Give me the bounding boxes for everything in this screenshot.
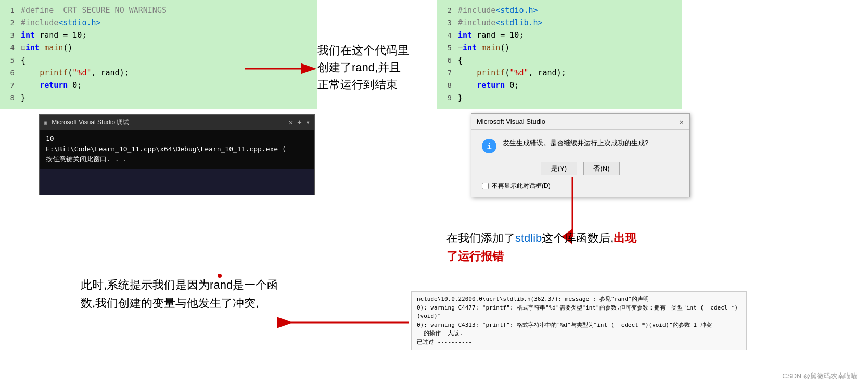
- right-code-line-3: 3 #include<stdlib.h>: [437, 17, 682, 29]
- vs-dialog-message-row: i 发生生成错误。是否继续并运行上次成功的生成?: [482, 138, 679, 153]
- code-line-1: 1 #define _CRT_SECURE_NO_WARNINGS: [0, 4, 317, 17]
- error-log-line-2: 0): warning C4477: "printf": 格式字符串"%d"需要…: [417, 304, 741, 321]
- right-code-line-6: 6 {: [437, 54, 682, 67]
- left-code-panel: 1 #define _CRT_SECURE_NO_WARNINGS 2 #inc…: [0, 0, 317, 109]
- vs-dialog-titlebar: Microsoft Visual Studio ✕: [471, 114, 689, 130]
- vs-checkbox-label: 不再显示此对话框(D): [492, 182, 551, 190]
- terminal-app-icon: ▣: [44, 119, 47, 126]
- right-code-line-4: 4 int rand = 10;: [437, 29, 682, 42]
- code-line-4: 4 ⊟int main(): [0, 42, 317, 54]
- code-line-3: 3 int rand = 10;: [0, 29, 317, 42]
- error-log-line-1: nclude\10.0.22000.0\ucrt\stdlib.h(362,37…: [417, 295, 741, 304]
- info-icon: i: [482, 139, 496, 153]
- arrow-left-icon: [284, 312, 414, 335]
- vs-yes-button[interactable]: 是(Y): [541, 162, 577, 175]
- arrow-right-icon: [239, 58, 323, 81]
- terminal-window: ▣ Microsoft Visual Studio 调试 ✕ + ▾ 10 E:…: [39, 114, 315, 195]
- vs-dialog-close-btn[interactable]: ✕: [680, 118, 684, 126]
- annotation-bottom-left-text: 此时,系统提示我们是因为rand是一个函数,我们创建的变量与他发生了冲突,: [81, 276, 310, 312]
- code-line-2: 2 #include<stdio.h>: [0, 17, 317, 29]
- right-code-line-9: 9 }: [437, 92, 682, 104]
- terminal-output-1: 10: [46, 134, 308, 144]
- error-log-line-5: 已过过 ----------: [417, 338, 741, 347]
- watermark-text: CSDN @舅微码农南喵喵: [782, 371, 858, 381]
- vs-dialog-buttons: 是(Y) 否(N): [482, 162, 679, 175]
- error-log-panel: nclude\10.0.22000.0\ucrt\stdlib.h(362,37…: [411, 291, 747, 350]
- terminal-titlebar: ▣ Microsoft Visual Studio 调试 ✕ + ▾: [40, 115, 314, 130]
- right-code-line-7: 7 printf("%d", rand);: [437, 67, 682, 79]
- right-code-panel: 2 #include<stdio.h> 3 #include<stdlib.h>…: [437, 0, 682, 109]
- right-code-line-5: 5 −int main(): [437, 42, 682, 54]
- error-log-line-4: 的操作 大版.: [417, 329, 741, 338]
- vs-dialog-title: Microsoft Visual Studio: [477, 118, 545, 125]
- terminal-body: 10 E:\Bit\Code\Learn_10_11.cpp\x64\Debug…: [40, 130, 314, 169]
- terminal-menu-btn[interactable]: ▾: [306, 118, 310, 126]
- right-code-line-2: 2 #include<stdio.h>: [437, 4, 682, 17]
- terminal-output-2: E:\Bit\Code\Learn_10_11.cpp\x64\Debug\Le…: [46, 144, 308, 155]
- terminal-close-btn[interactable]: ✕: [289, 118, 293, 126]
- vs-no-button[interactable]: 否(N): [583, 162, 620, 175]
- vs-dialog-message: 发生生成错误。是否继续并运行上次成功的生成?: [503, 138, 648, 148]
- code-line-8: 8 }: [0, 92, 317, 104]
- vs-checkbox[interactable]: [482, 183, 489, 189]
- terminal-add-btn[interactable]: +: [297, 118, 301, 126]
- right-code-line-8: 8 return 0;: [437, 79, 682, 92]
- error-log-line-3: 0): warning C4313: "printf": 格式字符串中的"%d"…: [417, 321, 741, 330]
- terminal-title: Microsoft Visual Studio 调试: [52, 118, 129, 127]
- annotation-right-text: 在我们添加了stdlib这个库函数后,出现 了运行报错: [446, 229, 636, 265]
- annotation-left-text: 我们在这个代码里创建了rand,并且正常运行到结束: [317, 42, 432, 93]
- terminal-output-3: 按任意键关闭此窗口. . .: [46, 154, 308, 164]
